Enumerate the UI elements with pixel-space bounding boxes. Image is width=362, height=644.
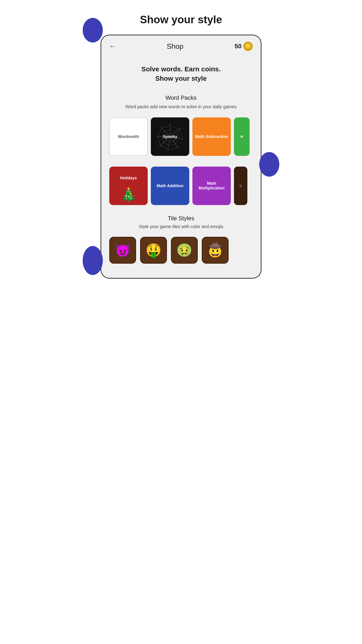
- tile-devil[interactable]: 😈: [109, 237, 136, 264]
- word-packs-title: Word Packs: [110, 94, 252, 101]
- pack-math-green[interactable]: M: [234, 118, 250, 156]
- hero-text: Solve words. Earn coins. Show your style: [110, 64, 252, 83]
- blob-left-top: [83, 18, 103, 42]
- tile-styles-title: Tile Styles: [110, 215, 252, 222]
- hero-line1: Solve words. Earn coins.: [141, 65, 221, 73]
- pack-dark[interactable]: D: [234, 166, 247, 205]
- page-title: Show your style: [140, 14, 222, 26]
- hero-section: Solve words. Earn coins. Show your style: [101, 56, 261, 94]
- tile-money[interactable]: 🤑: [140, 237, 167, 264]
- pack-holidays[interactable]: 🎄 Holidays: [109, 166, 148, 205]
- money-emoji: 🤑: [145, 242, 162, 258]
- word-packs-row2: 🎄 Holidays Math Addition Math Multiplica…: [101, 161, 261, 210]
- pack-multiplication-label: Math Multiplication: [192, 179, 231, 192]
- pack-addition[interactable]: Math Addition: [151, 166, 189, 205]
- word-packs-header: Word Packs Word packs add new words to s…: [101, 94, 261, 112]
- pack-spooky-label: Spooky: [161, 132, 179, 141]
- tile-cowboy[interactable]: 🤠: [202, 237, 229, 264]
- devil-emoji: 😈: [115, 242, 131, 258]
- sick-emoji: 🤢: [176, 242, 192, 258]
- word-packs-row1: Wordsmith: [101, 112, 261, 161]
- tile-sick[interactable]: 🤢: [171, 237, 198, 264]
- back-button[interactable]: ←: [109, 43, 115, 50]
- coin-display: 50 🪙: [235, 42, 253, 51]
- shop-header: ← Shop 50 🪙: [101, 35, 261, 56]
- coin-count: 50: [235, 43, 242, 50]
- pack-holidays-label: Holidays: [118, 174, 139, 182]
- shop-title: Shop: [167, 42, 183, 50]
- pack-subtraction[interactable]: Math Subtraction: [192, 118, 231, 156]
- cowboy-emoji: 🤠: [207, 242, 223, 258]
- coin-icon: 🪙: [243, 42, 253, 51]
- tiles-row: 😈 🤑 🤢 🤠: [101, 232, 261, 269]
- pack-dark-label: D: [238, 182, 244, 190]
- tree-emoji: 🎄: [120, 187, 137, 203]
- blob-left-bottom: [83, 246, 103, 275]
- pack-multiplication[interactable]: Math Multiplication: [192, 166, 231, 205]
- word-packs-desc: Word packs add new words to solve in you…: [110, 104, 252, 110]
- pack-wordsmith[interactable]: Wordsmith: [109, 118, 148, 156]
- blob-right-mid: [259, 152, 279, 177]
- page-wrapper: Show your style ← Shop 50 🪙 Solve words.…: [89, 0, 273, 322]
- pack-addition-label: Math Addition: [155, 182, 185, 190]
- pack-wordsmith-label: Wordsmith: [116, 132, 141, 141]
- pack-subtraction-label: Math Subtraction: [194, 132, 230, 141]
- pack-spooky[interactable]: Spooky: [151, 118, 189, 156]
- tile-styles-header: Tile Styles Style your game tiles with c…: [101, 210, 261, 232]
- hero-line2: Show your style: [155, 75, 207, 82]
- pack-math-green-label: M: [239, 133, 245, 140]
- tile-styles-desc: Style your game tiles with color and emo…: [110, 224, 252, 229]
- shop-card: ← Shop 50 🪙 Solve words. Earn coins. Sho…: [100, 35, 261, 278]
